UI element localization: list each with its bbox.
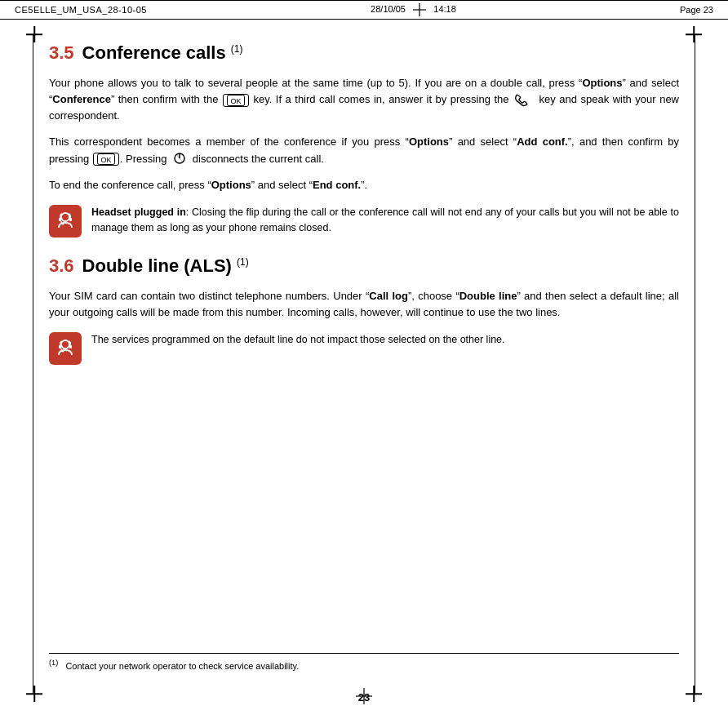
crosshair-bottom-left — [26, 686, 42, 702]
ok-icon-2-svg: OK — [97, 153, 115, 165]
crosshair-bottom-right — [686, 686, 702, 702]
addconf-bold: Add conf. — [517, 135, 568, 148]
header-right-text: Page 23 — [680, 5, 713, 15]
note-icon-35 — [49, 205, 82, 237]
content-area: 3.5 Conference calls (1) Your phone allo… — [0, 20, 728, 393]
calllog-bold: Call log — [369, 290, 408, 302]
section-35-para3: To end the conference call, press “Optio… — [49, 177, 679, 193]
crosshair-bottom-center-svg — [356, 688, 372, 704]
section-35-para2: This correspondent becomes a member of t… — [49, 134, 679, 166]
power-icon — [171, 152, 188, 166]
doubleline-bold: Double line — [459, 290, 517, 302]
crosshair-top-right — [686, 26, 702, 42]
footnote-area: (1) Contact your network operator to che… — [49, 653, 679, 671]
section-36-para1: Your SIM card can contain two distinct t… — [49, 288, 679, 321]
ok-icon-2: OK — [93, 153, 119, 166]
left-margin-line — [33, 34, 33, 694]
svg-rect-13 — [59, 345, 61, 348]
svg-rect-14 — [69, 345, 72, 348]
svg-rect-10 — [69, 218, 72, 221]
page-container: CE5ELLE_UM_USA_28-10-05 28/10/05 14:18 P… — [0, 0, 728, 728]
note-box-35: Headset plugged in: Closing the flip dur… — [49, 205, 679, 237]
footnote-content: Contact your network operator to check s… — [65, 661, 299, 671]
section-35-number: 3.5 — [49, 42, 74, 64]
svg-text:OK: OK — [100, 156, 111, 164]
footnote-sup: (1) — [49, 659, 58, 667]
section-35-sup: (1) — [231, 43, 243, 55]
crosshair-bottom-center — [356, 688, 372, 707]
svg-text:OK: OK — [230, 96, 241, 104]
right-margin-line — [695, 34, 695, 694]
options-bold-1: Options — [582, 77, 622, 89]
endconf-bold: End conf. — [313, 179, 361, 191]
note-title-35: Headset plugged in — [91, 206, 186, 218]
svg-point-12 — [61, 340, 69, 348]
crosshair-top-left — [26, 26, 42, 42]
svg-point-15 — [62, 350, 64, 353]
section-36-sup: (1) — [237, 256, 249, 268]
note-text-35: Headset plugged in: Closing the flip dur… — [91, 205, 679, 236]
phone-icon-1 — [514, 93, 534, 108]
header-left-text: CE5ELLE_UM_USA_28-10-05 — [15, 5, 147, 15]
header-bar: CE5ELLE_UM_USA_28-10-05 28/10/05 14:18 P… — [0, 0, 728, 20]
section-36-heading: 3.6 Double line (ALS) (1) — [49, 255, 679, 277]
options-bold-2: Options — [409, 135, 449, 148]
section-36-title: Double line (ALS) (1) — [82, 255, 249, 277]
section-35-heading: 3.5 Conference calls (1) — [49, 42, 679, 64]
conference-bold: Conference — [52, 93, 111, 105]
section-35-title: Conference calls (1) — [82, 42, 243, 64]
options-bold-3: Options — [211, 179, 251, 191]
header-crosshair-icon — [413, 3, 426, 16]
note-box-36: The services programmed on the default l… — [49, 332, 679, 365]
svg-rect-9 — [59, 218, 61, 221]
svg-point-8 — [61, 213, 69, 221]
header-center: 28/10/05 14:18 — [371, 3, 456, 16]
headset-icon-svg — [54, 210, 77, 233]
note-icon-36 — [49, 332, 82, 365]
ok-icon-1: OK — [223, 94, 249, 107]
ok-icon-svg: OK — [227, 95, 245, 106]
svg-point-11 — [62, 222, 64, 224]
footnote-text: (1) Contact your network operator to che… — [49, 659, 679, 671]
headset-icon-2-svg — [54, 337, 77, 360]
section-36-number: 3.6 — [49, 255, 74, 277]
section-35-para1: Your phone allows you to talk to several… — [49, 75, 679, 124]
note-text-36: The services programmed on the default l… — [91, 332, 505, 348]
header-date: 28/10/05 14:18 — [371, 3, 456, 16]
